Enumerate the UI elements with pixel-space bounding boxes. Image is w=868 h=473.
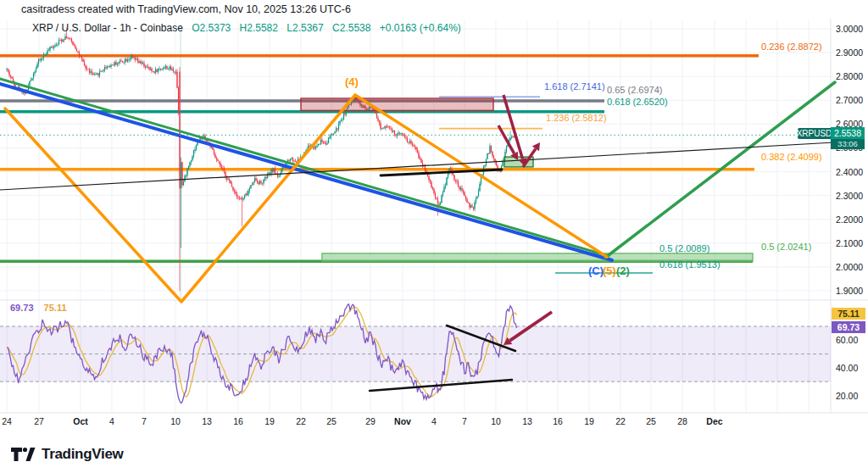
- tradingview-logo-text: TradingView: [42, 446, 124, 463]
- price-tick-label: 3.0000: [836, 24, 863, 34]
- fib-label[interactable]: 1.236 (2.5812): [546, 113, 607, 124]
- rsi-value: 69.73: [10, 303, 34, 313]
- time-tick-label: 27: [34, 416, 44, 426]
- rsi-value-badge: 69.73: [832, 321, 865, 333]
- time-tick-label: 25: [326, 416, 337, 426]
- time-tick-label: 19: [584, 416, 594, 426]
- time-tick-label: 28: [677, 416, 687, 426]
- price-tick-label: 2.8000: [836, 71, 863, 81]
- ohlc-change: +0.0163 (+0.64%): [380, 22, 461, 34]
- rsi-ma-value: 75.11: [44, 303, 67, 313]
- rsi-tick-label: 40.00: [836, 363, 858, 373]
- attribution-text: casitradess created with TradingView.com…: [21, 3, 351, 15]
- symbol-legend[interactable]: XRP / U.S. Dollar - 1h - Coinbase O2.537…: [32, 22, 461, 34]
- fib-label[interactable]: 0.5 (2.0089): [659, 243, 709, 254]
- price-tick-label: 2.2000: [836, 214, 863, 225]
- fib-label[interactable]: 0.618 (2.6520): [607, 97, 668, 108]
- ohlc-close: C2.5538: [332, 22, 370, 34]
- time-tick-label: 7: [462, 416, 467, 426]
- time-tick-label: 16: [553, 416, 563, 426]
- rsi-tick-label: 20.00: [836, 391, 858, 401]
- rsi-legend[interactable]: 69.73 75.11: [10, 303, 67, 313]
- time-tick-label: 10: [491, 416, 501, 426]
- price-tick-label: 2.0000: [836, 262, 863, 272]
- wave-label[interactable]: (5): [603, 265, 616, 277]
- fib-label[interactable]: 0.236 (2.8872): [761, 42, 822, 53]
- wave-label[interactable]: (2): [616, 265, 630, 277]
- fib-label[interactable]: 0.65 (2.6974): [607, 85, 662, 96]
- time-tick-label: 4: [109, 416, 114, 426]
- last-price-badge: 2.5538: [831, 127, 865, 139]
- time-tick-label: 16: [233, 416, 243, 426]
- time-tick-label: 13: [522, 416, 532, 426]
- time-tick-label: 4: [431, 416, 437, 426]
- chart-canvas[interactable]: [0, 0, 868, 473]
- price-tick-label: 1.9000: [836, 286, 863, 296]
- ohlc-open: O2.5373: [192, 22, 231, 34]
- ohlc-low: L2.5367: [287, 22, 323, 34]
- rsi-ma-badge: 75.11: [832, 308, 865, 320]
- fib-label[interactable]: 0.618 (1.9513): [659, 259, 721, 270]
- bar-countdown-badge: 33:06: [831, 139, 865, 149]
- time-tick-label: 29: [365, 416, 376, 426]
- time-tick-label: 22: [296, 416, 306, 426]
- fib-label[interactable]: 0.5 (2.0241): [761, 242, 811, 253]
- symbol-title: XRP / U.S. Dollar - 1h - Coinbase: [32, 22, 183, 34]
- tradingview-logo-icon: [10, 445, 36, 464]
- time-tick-label: Oct: [73, 416, 88, 426]
- time-tick-label: 22: [615, 416, 626, 426]
- time-tick-label: 25: [646, 416, 656, 426]
- price-tick-label: 2.4000: [836, 167, 863, 177]
- symbol-badge: XRPUSD: [798, 128, 831, 139]
- wave-label[interactable]: (C): [588, 265, 604, 277]
- time-tick-label: 19: [264, 416, 275, 426]
- time-tick-label: 24: [2, 416, 12, 426]
- tradingview-chart-screenshot: casitradess created with TradingView.com…: [0, 0, 868, 473]
- price-tick-label: 2.9000: [836, 47, 863, 58]
- time-tick-label: Nov: [394, 416, 411, 426]
- rsi-tick-label: 60.00: [836, 335, 858, 345]
- ohlc-high: H2.5582: [240, 22, 278, 34]
- price-tick-label: 2.3000: [836, 191, 863, 201]
- tradingview-logo[interactable]: TradingView: [10, 445, 124, 464]
- price-tick-label: 2.1000: [836, 238, 863, 248]
- time-tick-label: Dec: [706, 416, 722, 426]
- wave-label[interactable]: (4): [345, 76, 359, 88]
- price-tick-label: 2.7000: [836, 95, 863, 105]
- time-tick-label: 13: [202, 416, 212, 426]
- time-tick-label: 10: [170, 416, 181, 426]
- time-tick-label: 7: [142, 416, 147, 426]
- fib-label[interactable]: 1.618 (2.7141): [544, 81, 605, 92]
- fib-label[interactable]: 0.382 (2.4099): [761, 152, 822, 163]
